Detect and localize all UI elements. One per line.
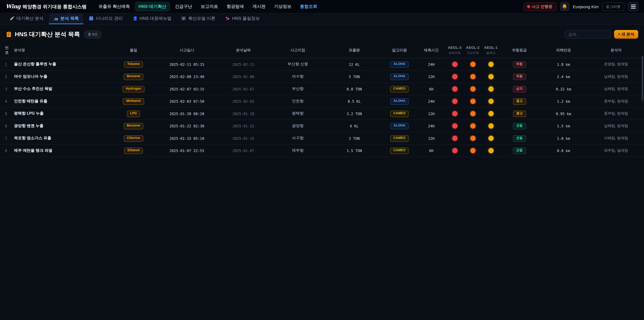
substance-badge: Benzene — [124, 74, 144, 80]
nav-item[interactable]: HNS·대기확산 — [135, 2, 170, 12]
col-duration: 예측시간 — [417, 43, 446, 58]
aegl3-indicator-icon — [452, 124, 457, 129]
forecast-duration: 6H — [417, 83, 446, 95]
table-row[interactable]: 1 울산 온산항 톨루엔 누출 Toluene 2025-02-11 05:15… — [0, 58, 644, 71]
logout-button[interactable]: 로그아웃 — [602, 2, 624, 11]
table-row[interactable]: 4 인천항 메탄올 유출 Methanol 2025-02-03 07:50 2… — [0, 95, 644, 108]
page-title-text: HNS 대기확산 분석 목록 — [15, 30, 80, 38]
search-input[interactable] — [565, 30, 611, 39]
analyst: 제주팀, 일대팀 — [588, 145, 644, 157]
analysis-table-body: 1 울산 온산항 톨루엔 누출 Toluene 2025-02-11 05:15… — [0, 58, 644, 157]
row-number: 8 — [0, 145, 12, 157]
incident-status-label: 사고 진행중 — [532, 4, 552, 9]
system-title: 해양환경 위기대응 통합시스템 — [22, 4, 86, 10]
table-row[interactable]: 8 제주 에탄올 탱크 파열 Ethanol 2025-01-07 22:55 … — [0, 145, 644, 157]
col-amount: 유출량 — [326, 43, 382, 58]
nav-item[interactable]: 유출유 확산예측 — [95, 2, 134, 12]
tab[interactable]: 확산모델 이론 — [177, 14, 220, 24]
nav-item[interactable]: 보고자료 — [197, 2, 222, 12]
analysis-date: 2025-02-03 — [218, 95, 269, 108]
table-row[interactable]: 6 광양항 벤젠 누출 Benzene 2025-01-22 02:30 202… — [0, 120, 644, 132]
analysis-name: 부산 수소 추진선 폭발 — [12, 83, 111, 95]
aegl1-indicator-icon — [488, 86, 494, 92]
algorithm-badge: ALOHA — [390, 74, 408, 80]
table-row[interactable]: 5 평택항 LPG 누출 LPG 2025-01-28 00:20 2025-0… — [0, 108, 644, 120]
page-header-actions: + 새 분석 — [565, 30, 638, 39]
tab-label: 시나리오 관리 — [96, 16, 122, 21]
row-number: 2 — [0, 71, 12, 83]
spill-amount: 12 KL — [326, 58, 382, 71]
incident-datetime: 2025-02-07 03:15 — [156, 83, 218, 95]
substance-badge: Hydrogen — [122, 86, 144, 93]
nav-item[interactable]: 통합조회 — [296, 2, 321, 12]
analyst: 남해팀, 방제팀 — [588, 120, 644, 132]
analysis-date: 2025-01-15 — [218, 132, 269, 144]
tab[interactable]: 분석 목록 — [49, 14, 83, 24]
clipboard-icon — [6, 31, 12, 38]
brand[interactable]: Wing 해양환경 위기대응 통합시스템 — [6, 3, 86, 10]
bell-icon — [562, 4, 568, 10]
algorithm-badge: ALOHA — [390, 98, 408, 105]
damage-radius: 1.2 km — [539, 95, 588, 108]
incident-location: 광양항 — [269, 120, 326, 132]
incident-datetime: 2025-02-11 05:15 — [156, 58, 218, 71]
forecast-duration: 12H — [417, 132, 446, 144]
damage-radius: 0.22 km — [539, 83, 588, 95]
risk-badge: 관찰 — [513, 148, 526, 154]
table-row[interactable]: 3 부산 수소 추진선 폭발 Hydrogen 2025-02-07 03:15… — [0, 83, 644, 95]
tab[interactable]: 대기확산 분석 — [5, 14, 48, 24]
forecast-duration: 12H — [417, 108, 446, 120]
hamburger-menu-icon[interactable] — [628, 2, 638, 11]
chart-icon — [53, 16, 58, 21]
nav-item[interactable]: 기상정보 — [270, 2, 295, 12]
table-row[interactable]: 2 여수 암모니아 누출 Benzene 2025-02-08 23:40 20… — [0, 71, 644, 83]
analyst: 남해팀, 방제팀 — [588, 83, 644, 95]
nav-item[interactable]: 게시판 — [249, 2, 269, 12]
nav-item[interactable]: 긴급구난 — [171, 2, 196, 12]
tab-bar: 대기확산 분석 분석 목록 시나리오 관리 HNS 대응매뉴얼 확산모델 이론 … — [0, 14, 644, 25]
page-header: HNS 대기확산 분석 목록 총 8건 + 새 분석 — [0, 25, 644, 43]
algorithm-badge: CAMEO — [390, 135, 409, 142]
nav-item[interactable]: 항공탐색 — [223, 2, 248, 12]
risk-badge: 위험 — [513, 74, 526, 80]
row-number: 7 — [0, 132, 12, 144]
notifications-button[interactable] — [560, 2, 569, 11]
col-risk: 위험등급 — [500, 43, 539, 58]
analysis-name: 울산 온산항 톨루엔 누출 — [12, 58, 111, 71]
analysis-table: 번호 분석명 물질 사고일시 분석날짜 사고지점 유출량 알고리즘 예측시간 A… — [0, 43, 644, 157]
page-title: HNS 대기확산 분석 목록 — [6, 30, 80, 38]
incident-location: 부산항 신항 — [269, 58, 326, 71]
analyst: 남해팀, 방제팀 — [588, 71, 644, 83]
aegl2-indicator-icon — [470, 74, 476, 80]
aegl2-indicator-icon — [470, 148, 476, 154]
algorithm-badge: ALOHA — [390, 123, 408, 129]
aegl3-indicator-icon — [452, 111, 457, 116]
incident-datetime: 2025-01-07 22:55 — [156, 145, 218, 157]
aegl1-indicator-icon — [488, 62, 494, 67]
scrollbar[interactable] — [642, 56, 643, 101]
aegl3-indicator-icon — [452, 74, 457, 80]
aegl2-indicator-icon — [470, 62, 476, 67]
tab[interactable]: HNS 대응매뉴얼 — [128, 14, 176, 24]
tab[interactable]: 시나리오 관리 — [84, 14, 127, 24]
damage-radius: 2.4 km — [539, 71, 588, 83]
substance-icon — [225, 16, 230, 21]
analyst: 서해팀, 방제팀 — [588, 132, 644, 144]
aegl1-indicator-icon — [488, 111, 494, 116]
aegl1-indicator-icon — [488, 99, 494, 104]
top-navigation: Wing 해양환경 위기대응 통합시스템 유출유 확산예측HNS·대기확산긴급구… — [0, 0, 644, 14]
forecast-duration: 24H — [417, 120, 446, 132]
incident-status-badge: 사고 진행중 — [523, 2, 556, 11]
tab[interactable]: HNS 물질정보 — [221, 14, 264, 24]
app-root: Wing 해양환경 위기대응 통합시스템 유출유 확산예측HNS·대기확산긴급구… — [0, 0, 644, 320]
theory-icon — [181, 16, 186, 21]
tab-label: 분석 목록 — [60, 16, 79, 21]
col-analyst: 분석자 — [588, 43, 644, 58]
risk-badge: 관찰 — [513, 135, 526, 142]
new-analysis-button[interactable]: + 새 분석 — [614, 30, 638, 39]
aegl3-indicator-icon — [452, 99, 457, 104]
table-row[interactable]: 7 목포항 염소가스 유출 Chlorine 2025-01-15 05:10 … — [0, 132, 644, 144]
tab-label: 확산모델 이론 — [188, 16, 215, 21]
spill-amount: 1.5 TON — [326, 145, 382, 157]
analysis-name: 광양항 벤젠 누출 — [12, 120, 111, 132]
